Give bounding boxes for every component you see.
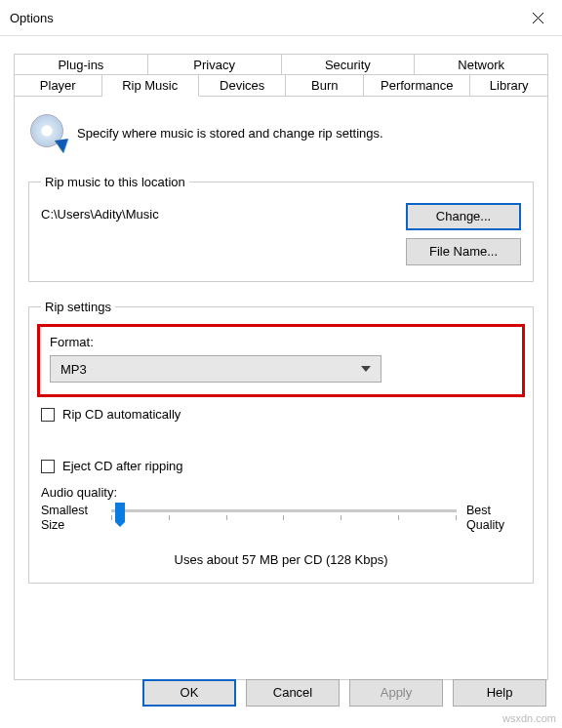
tab-library[interactable]: Library	[470, 74, 548, 97]
checkbox-icon	[41, 408, 55, 422]
chevron-down-icon	[361, 366, 371, 372]
tab-rip-music[interactable]: Rip Music	[102, 74, 199, 97]
rip-settings-legend: Rip settings	[41, 300, 115, 314]
smallest-size-label: Smallest Size	[41, 504, 101, 533]
rip-auto-checkbox[interactable]: Rip CD automatically	[41, 407, 521, 422]
intro-text: Specify where music is stored and change…	[77, 126, 383, 141]
ok-button[interactable]: OK	[142, 679, 236, 707]
best-quality-label: Best Quality	[466, 504, 521, 533]
file-name-button[interactable]: File Name...	[406, 238, 521, 265]
window-title: Options	[10, 11, 54, 25]
usage-text: Uses about 57 MB per CD (128 Kbps)	[41, 552, 521, 567]
tab-strip: Plug-ins Privacy Security Network Player…	[14, 54, 548, 97]
format-select[interactable]: MP3	[50, 355, 381, 383]
format-value: MP3	[60, 362, 87, 377]
format-highlight: Format: MP3	[37, 324, 525, 397]
apply-button[interactable]: Apply	[349, 679, 443, 707]
tab-plugins[interactable]: Plug-ins	[14, 54, 148, 75]
close-button[interactable]	[521, 6, 554, 29]
tab-network[interactable]: Network	[415, 54, 548, 75]
rip-cd-icon	[30, 114, 67, 151]
dialog-buttons: OK Cancel Apply Help	[0, 679, 562, 707]
tab-player[interactable]: Player	[14, 74, 102, 97]
location-group: Rip music to this location C:\Users\Adit…	[28, 175, 534, 282]
title-bar: Options	[0, 0, 562, 36]
tab-devices[interactable]: Devices	[199, 74, 287, 97]
eject-label: Eject CD after ripping	[62, 459, 183, 473]
close-icon	[533, 13, 543, 23]
audio-quality-label: Audio quality:	[41, 485, 521, 500]
checkbox-icon	[41, 460, 55, 473]
tab-pane: Specify where music is stored and change…	[14, 97, 548, 680]
rip-settings-group: Rip settings Format: MP3 Rip CD automati…	[28, 300, 534, 584]
tab-privacy[interactable]: Privacy	[148, 54, 282, 75]
quality-slider[interactable]	[111, 504, 457, 512]
tab-performance[interactable]: Performance	[364, 74, 470, 97]
location-legend: Rip music to this location	[41, 175, 189, 189]
rip-auto-label: Rip CD automatically	[62, 407, 181, 422]
rip-location-path: C:\Users\Adity\Music	[41, 203, 159, 222]
watermark: wsxdn.com	[502, 712, 556, 724]
format-label: Format:	[50, 335, 512, 349]
help-button[interactable]: Help	[453, 679, 546, 707]
change-button[interactable]: Change...	[406, 203, 521, 230]
tab-security[interactable]: Security	[282, 54, 416, 75]
tab-burn[interactable]: Burn	[286, 74, 364, 97]
cancel-button[interactable]: Cancel	[246, 679, 340, 707]
eject-checkbox[interactable]: Eject CD after ripping	[41, 459, 521, 473]
